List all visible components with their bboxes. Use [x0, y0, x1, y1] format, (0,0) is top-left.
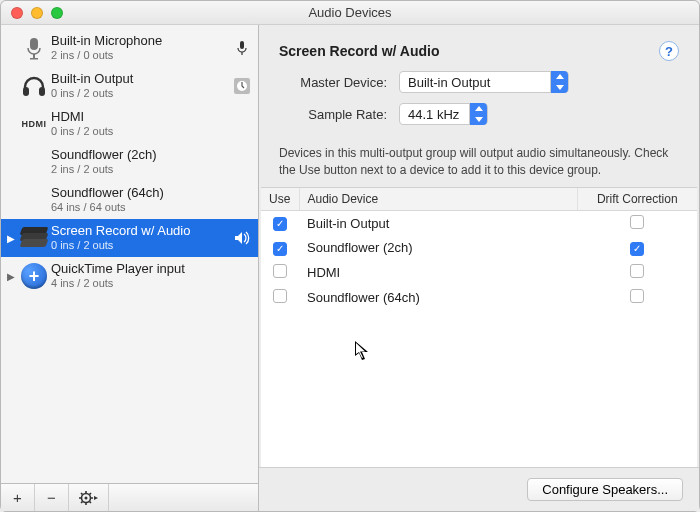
device-detail-panel: Screen Record w/ Audio ? Master Device: … [259, 25, 699, 511]
device-name: Soundflower (64ch) [51, 185, 232, 201]
table-row[interactable]: Soundflower (64ch) [261, 285, 697, 310]
device-cell: HDMI [299, 260, 577, 285]
device-list: Built-in Microphone 2 ins / 0 outs Built… [1, 25, 258, 483]
audio-midi-window: Audio Devices Built-in Microphone 2 ins … [0, 0, 700, 512]
device-builtin-output[interactable]: Built-in Output 0 ins / 2 outs [1, 67, 258, 105]
headphones-icon [17, 72, 51, 100]
default-output-icon [232, 231, 252, 245]
panel-footer: Configure Speakers... [259, 467, 699, 511]
svg-rect-1 [33, 54, 35, 58]
use-checkbox[interactable] [273, 264, 287, 278]
multi-output-icon [17, 224, 51, 252]
drift-checkbox[interactable] [630, 215, 644, 229]
col-use[interactable]: Use [261, 188, 299, 211]
sidebar-toolbar: + − [1, 483, 258, 511]
gear-icon [79, 491, 99, 505]
svg-line-18 [89, 493, 90, 494]
disclosure-icon[interactable]: ▶ [5, 233, 17, 244]
svg-rect-5 [23, 87, 29, 96]
sample-rate-value: 44.1 kHz [408, 107, 469, 122]
actions-menu-button[interactable] [69, 484, 109, 511]
device-sidebar: Built-in Microphone 2 ins / 0 outs Built… [1, 25, 259, 511]
device-name: Soundflower (2ch) [51, 147, 232, 163]
help-button[interactable]: ? [659, 41, 679, 61]
device-io: 2 ins / 2 outs [51, 163, 232, 177]
device-io: 0 ins / 2 outs [51, 87, 232, 101]
device-io: 64 ins / 64 outs [51, 201, 232, 215]
device-name: Built-in Output [51, 71, 232, 87]
master-device-label: Master Device: [279, 75, 399, 90]
soundflower-icon [17, 186, 51, 214]
svg-point-10 [84, 496, 87, 499]
device-cell: Soundflower (64ch) [299, 285, 577, 310]
device-name: Screen Record w/ Audio [51, 223, 232, 239]
svg-line-16 [89, 501, 90, 502]
device-io: 0 ins / 2 outs [51, 125, 232, 139]
svg-rect-4 [241, 52, 242, 55]
disclosure-icon[interactable]: ▶ [5, 271, 17, 282]
window-body: Built-in Microphone 2 ins / 0 outs Built… [1, 25, 699, 511]
col-drift[interactable]: Drift Correction [577, 188, 697, 211]
soundflower-icon [17, 148, 51, 176]
device-io: 4 ins / 2 outs [51, 277, 232, 291]
device-screen-record-audio[interactable]: ▶ Screen Record w/ Audio 0 ins / 2 outs [1, 219, 258, 257]
drift-checkbox[interactable] [630, 289, 644, 303]
master-device-value: Built-in Output [408, 75, 550, 90]
use-checkbox[interactable] [273, 289, 287, 303]
device-name: HDMI [51, 109, 232, 125]
svg-line-15 [81, 493, 82, 494]
table-row[interactable]: HDMI [261, 260, 697, 285]
svg-line-17 [81, 501, 82, 502]
sample-rate-label: Sample Rate: [279, 107, 399, 122]
device-builtin-mic[interactable]: Built-in Microphone 2 ins / 0 outs [1, 29, 258, 67]
add-device-button[interactable]: + [1, 484, 35, 511]
use-checkbox[interactable] [273, 217, 287, 231]
hint-text: Devices in this multi-output group will … [259, 131, 699, 187]
chevron-updown-icon [550, 71, 568, 93]
panel-title: Screen Record w/ Audio [279, 43, 659, 59]
device-name: QuickTime Player input [51, 261, 232, 277]
device-cell: Soundflower (2ch) [299, 236, 577, 260]
device-io: 0 ins / 2 outs [51, 239, 232, 253]
master-device-select[interactable]: Built-in Output [399, 71, 569, 93]
titlebar: Audio Devices [1, 1, 699, 25]
device-quicktime-input[interactable]: ▶ + QuickTime Player input 4 ins / 2 out… [1, 257, 258, 295]
drift-checkbox[interactable] [630, 264, 644, 278]
table-row[interactable]: Soundflower (2ch) [261, 236, 697, 260]
device-io: 2 ins / 0 outs [51, 49, 232, 63]
svg-rect-0 [30, 38, 38, 50]
clock-source-icon [232, 77, 252, 95]
device-soundflower-2ch[interactable]: Soundflower (2ch) 2 ins / 2 outs [1, 143, 258, 181]
svg-rect-3 [240, 41, 244, 49]
output-device-table: Use Audio Device Drift Correction Built-… [261, 187, 697, 467]
default-input-icon [232, 40, 252, 56]
device-soundflower-64ch[interactable]: Soundflower (64ch) 64 ins / 64 outs [1, 181, 258, 219]
chevron-updown-icon [469, 103, 487, 125]
svg-rect-6 [39, 87, 45, 96]
remove-device-button[interactable]: − [35, 484, 69, 511]
microphone-icon [17, 34, 51, 62]
svg-rect-2 [30, 58, 38, 60]
col-device[interactable]: Audio Device [299, 188, 577, 211]
configure-speakers-button[interactable]: Configure Speakers... [527, 478, 683, 501]
drift-checkbox[interactable] [630, 242, 644, 256]
sample-rate-select[interactable]: 44.1 kHz [399, 103, 488, 125]
device-cell: Built-in Output [299, 210, 577, 236]
device-name: Built-in Microphone [51, 33, 232, 49]
device-hdmi[interactable]: HDMI HDMI 0 ins / 2 outs [1, 105, 258, 143]
table-row[interactable]: Built-in Output [261, 210, 697, 236]
use-checkbox[interactable] [273, 242, 287, 256]
window-title: Audio Devices [1, 5, 699, 20]
aggregate-device-icon: + [17, 262, 51, 290]
hdmi-icon: HDMI [17, 110, 51, 138]
